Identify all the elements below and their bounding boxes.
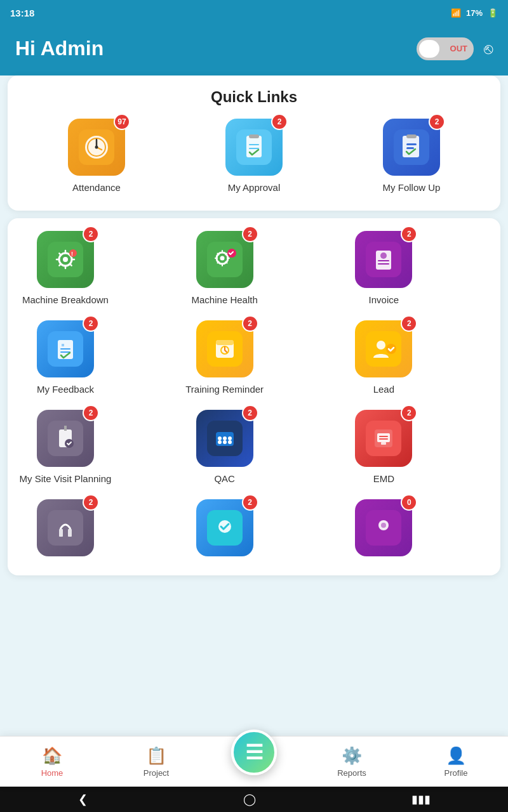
- status-toggle[interactable]: OUT: [417, 37, 474, 60]
- svg-rect-54: [377, 433, 390, 442]
- followup-icon: [394, 129, 429, 165]
- grid-item-10[interactable]: 2: [18, 499, 113, 563]
- training-reminder-icon-wrap: 2: [196, 320, 253, 377]
- emd-icon-wrap: 2: [355, 410, 412, 467]
- svg-point-65: [381, 523, 386, 528]
- item-12-icon: [366, 510, 401, 546]
- header: Hi Admin OUT ⎋: [0, 25, 508, 75]
- machine-health-label: Machine Health: [192, 294, 258, 305]
- svg-rect-15: [406, 147, 414, 149]
- nav-profile[interactable]: 👤 Profile: [418, 746, 494, 778]
- site-visit-icon: [48, 421, 83, 456]
- grid-item-my-feedback[interactable]: 2 My Feedback: [18, 320, 113, 395]
- invoice-icon: [366, 242, 401, 277]
- followup-label: My Follow Up: [383, 182, 441, 193]
- svg-point-39: [377, 341, 385, 350]
- nav-profile-label: Profile: [444, 768, 468, 778]
- svg-point-40: [386, 344, 396, 354]
- nav-project[interactable]: 📋 Project: [118, 746, 194, 778]
- svg-rect-13: [406, 134, 417, 138]
- qac-label: QAC: [214, 473, 235, 484]
- grid-item-qac[interactable]: 2 QAC: [177, 410, 272, 484]
- android-home[interactable]: ◯: [243, 792, 256, 806]
- svg-point-19: [69, 249, 77, 257]
- training-reminder-label: Training Reminder: [185, 384, 264, 395]
- logout-icon[interactable]: ⎋: [484, 40, 493, 58]
- nav-reports[interactable]: ⚙️ Reports: [314, 746, 390, 778]
- grid-item-machine-breakdown[interactable]: ! 2 Machine Breakdown: [18, 231, 113, 305]
- svg-point-5: [95, 146, 98, 149]
- svg-point-23: [220, 256, 224, 261]
- machine-health-icon: [207, 242, 243, 277]
- nav-project-label: Project: [144, 768, 169, 778]
- svg-point-47: [223, 436, 227, 440]
- quick-links-section: Quick Links 97 Attendance: [8, 75, 500, 211]
- grid-item-followup[interactable]: 2 My Follow Up: [364, 119, 459, 193]
- fab-icon: ☰: [245, 740, 264, 764]
- svg-rect-14: [406, 143, 417, 145]
- android-recents[interactable]: ▮▮▮: [411, 792, 431, 806]
- toggle-knob: [419, 40, 439, 58]
- svg-rect-57: [381, 442, 386, 445]
- svg-rect-8: [249, 134, 259, 138]
- grid-item-11[interactable]: 2: [177, 499, 272, 563]
- item-10-icon: [48, 510, 83, 546]
- home-icon: 🏠: [42, 746, 62, 766]
- main-grid: ! 2 Machine Breakdown 2 Machine Health: [18, 231, 490, 563]
- approval-label: My Approval: [228, 182, 281, 193]
- svg-point-48: [228, 436, 232, 440]
- attendance-label: Attendance: [72, 182, 121, 193]
- wifi-icon: 📶: [451, 8, 461, 18]
- project-icon: 📋: [146, 746, 166, 766]
- android-back[interactable]: ❮: [78, 792, 88, 806]
- approval-badge: 2: [271, 114, 288, 130]
- invoice-label: Invoice: [369, 294, 399, 305]
- emd-label: EMD: [373, 473, 394, 484]
- approval-icon: [236, 129, 272, 165]
- my-feedback-icon-wrap: 2: [37, 320, 94, 377]
- svg-point-50: [223, 440, 227, 444]
- attendance-badge: 97: [114, 114, 130, 130]
- my-feedback-icon: [48, 331, 83, 367]
- svg-point-51: [228, 440, 232, 444]
- attendance-icon: [79, 129, 114, 165]
- machine-breakdown-badge: 2: [83, 226, 99, 242]
- reports-icon: ⚙️: [342, 746, 362, 766]
- grid-item-12[interactable]: 0: [336, 499, 431, 563]
- battery-icon: 🔋: [488, 8, 498, 18]
- item-12-icon-wrap: 0: [355, 499, 412, 556]
- invoice-icon-wrap: 2: [355, 231, 412, 288]
- item-10-badge: 2: [83, 494, 99, 511]
- item-11-icon: [207, 510, 243, 546]
- grid-item-machine-health[interactable]: 2 Machine Health: [177, 231, 272, 305]
- svg-text:!: !: [71, 251, 73, 257]
- machine-breakdown-icon-wrap: ! 2: [37, 231, 94, 288]
- grid-item-approval[interactable]: 2 My Approval: [206, 119, 302, 193]
- grid-item-training-reminder[interactable]: 2 Training Reminder: [177, 320, 272, 395]
- attendance-icon-wrap: 97: [68, 119, 125, 176]
- greeting-text: Hi Admin: [15, 37, 104, 60]
- svg-rect-12: [403, 136, 419, 157]
- emd-badge: 2: [401, 405, 417, 421]
- grid-item-attendance[interactable]: 97 Attendance: [49, 119, 144, 193]
- approval-icon-wrap: 2: [225, 119, 283, 176]
- grid-item-lead[interactable]: 2 Lead: [336, 320, 431, 395]
- quick-links-title: Quick Links: [18, 88, 490, 106]
- followup-icon-wrap: 2: [383, 119, 440, 176]
- fab-button[interactable]: ☰: [231, 730, 277, 775]
- lead-icon-wrap: 2: [355, 320, 412, 377]
- lead-icon: [366, 331, 401, 367]
- nav-home[interactable]: 🏠 Home: [14, 746, 90, 778]
- grid-item-invoice[interactable]: 2 Invoice: [336, 231, 431, 305]
- svg-rect-59: [59, 529, 63, 537]
- battery-text: 17%: [466, 8, 483, 18]
- grid-item-emd[interactable]: 2 EMD: [336, 410, 431, 484]
- machine-breakdown-icon: !: [48, 242, 83, 277]
- site-visit-label: My Site Visit Planning: [20, 473, 112, 484]
- item-11-icon-wrap: 2: [196, 499, 253, 556]
- nav-reports-label: Reports: [337, 768, 366, 778]
- emd-icon: [366, 421, 401, 456]
- grid-item-site-visit[interactable]: 2 My Site Visit Planning: [18, 410, 113, 484]
- training-reminder-badge: 2: [242, 315, 258, 332]
- my-feedback-label: My Feedback: [37, 384, 94, 395]
